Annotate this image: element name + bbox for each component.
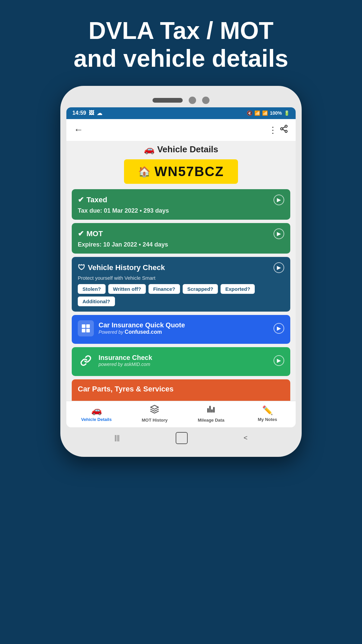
- phone-camera-2: [202, 97, 209, 104]
- home-button[interactable]: [176, 432, 188, 444]
- phone-speaker: [153, 98, 183, 103]
- badge-writtenoff[interactable]: Written off?: [108, 284, 146, 294]
- history-title: 🛡 Vehicle History Check: [78, 263, 165, 272]
- history-badges: Stolen? Written off? Finance? Scrapped? …: [78, 284, 284, 306]
- insurance-check-icon: [78, 353, 94, 369]
- share-button[interactable]: ⋮: [268, 124, 288, 136]
- nav-mileage-label: Mileage Data: [198, 418, 224, 423]
- svg-rect-17: [213, 407, 215, 412]
- status-battery: 100%: [270, 110, 282, 116]
- vehicle-details-heading: 🚗 Vehicle Details: [72, 144, 290, 155]
- svg-rect-14: [207, 408, 209, 412]
- nav-mot-history[interactable]: MOT History: [141, 405, 168, 423]
- status-image-icon: 🖼: [89, 110, 94, 116]
- parts-card[interactable]: Car Parts, Tyres & Services: [72, 379, 290, 401]
- history-check-card[interactable]: 🛡 Vehicle History Check ▶ Protect yourse…: [72, 257, 290, 312]
- nav-mileage-data[interactable]: Mileage Data: [198, 405, 225, 423]
- top-bar: ← ⋮: [66, 119, 296, 141]
- nav-mot-label: MOT History: [142, 418, 168, 423]
- insurance-quote-icon: [78, 320, 94, 336]
- license-plate: 🏠 WN57BCZ: [124, 159, 238, 184]
- status-wifi-icon: 📶: [254, 110, 260, 116]
- badge-additional[interactable]: Additional?: [78, 297, 115, 306]
- mot-arrow: ▶: [274, 228, 284, 239]
- shield-check-icon: 🛡: [78, 263, 85, 272]
- header-title: DVLA Tax / MOT and vehicle details: [54, 0, 308, 86]
- confused-brand: Confused.com: [125, 329, 162, 335]
- badge-stolen[interactable]: Stolen?: [78, 284, 106, 294]
- insurance-quote-card[interactable]: Car Insurance Quick Quote Powered by Con…: [72, 315, 290, 344]
- nav-my-notes[interactable]: ✏️ My Notes: [254, 405, 281, 422]
- insurance-check-card[interactable]: Insurance Check powered by askMID.com ▶: [72, 347, 290, 376]
- taxed-subtitle: Tax due: 01 Mar 2022 • 293 days: [78, 207, 284, 214]
- mot-title: ✔ MOT: [78, 229, 103, 238]
- svg-rect-8: [86, 329, 90, 332]
- insurance-quote-title: Car Insurance Quick Quote: [99, 321, 185, 329]
- badge-scrapped[interactable]: Scrapped?: [183, 284, 218, 294]
- phone-screen: 14:59 🖼 ☁ 🔇 📶 📶 100% 🔋 ← ⋮: [66, 107, 296, 427]
- insurance-check-left: Insurance Check powered by askMID.com: [78, 353, 152, 369]
- nav-car-icon: 🚗: [91, 405, 102, 416]
- nav-vehicle-label: Vehicle Details: [81, 417, 112, 422]
- back-button[interactable]: ←: [74, 124, 83, 135]
- status-mute-icon: 🔇: [247, 110, 252, 116]
- nav-notes-label: My Notes: [258, 417, 277, 422]
- phone-camera-1: [189, 97, 196, 104]
- bottom-nav: 🚗 Vehicle Details MOT History: [66, 401, 296, 427]
- nav-mileage-icon: [206, 405, 216, 416]
- svg-rect-7: [82, 329, 85, 332]
- check-icon-taxed: ✔: [78, 196, 84, 204]
- nav-notes-icon: ✏️: [262, 405, 273, 416]
- status-signal-icon: 📶: [262, 110, 268, 116]
- svg-line-3: [283, 129, 285, 130]
- svg-marker-9: [151, 405, 159, 409]
- insurance-quote-arrow: ▶: [274, 323, 284, 334]
- svg-line-4: [283, 127, 285, 128]
- insurance-check-text: Insurance Check powered by askMID.com: [99, 354, 152, 367]
- status-right: 🔇 📶 📶 100% 🔋: [247, 110, 290, 116]
- svg-rect-15: [209, 406, 211, 412]
- insurance-quote-left: Car Insurance Quick Quote Powered by Con…: [78, 320, 185, 336]
- status-bar: 14:59 🖼 ☁ 🔇 📶 📶 100% 🔋: [66, 107, 296, 119]
- status-cloud-icon: ☁: [97, 110, 102, 116]
- svg-rect-16: [211, 410, 213, 412]
- insurance-quote-text: Car Insurance Quick Quote Powered by Con…: [99, 321, 185, 335]
- status-left: 14:59 🖼 ☁: [72, 110, 102, 116]
- screen-content: 🚗 Vehicle Details 🏠 WN57BCZ ✔ Taxed ▶ Ta…: [66, 141, 296, 401]
- plate-number: WN57BCZ: [155, 164, 224, 179]
- nav-mot-icon: [150, 405, 159, 416]
- car-icon: 🚗: [144, 144, 155, 155]
- parts-title: Car Parts, Tyres & Services: [78, 385, 174, 393]
- mot-subtitle: Expires: 10 Jan 2022 • 244 days: [78, 241, 284, 248]
- nav-vehicle-details[interactable]: 🚗 Vehicle Details: [81, 405, 112, 422]
- gesture-forward: <: [244, 434, 248, 442]
- svg-rect-5: [82, 324, 85, 328]
- svg-rect-6: [86, 324, 90, 328]
- insurance-quote-subtitle: Powered by Confused.com: [99, 329, 185, 335]
- history-arrow: ▶: [274, 262, 284, 273]
- history-description: Protect yourself with Vehicle Smart: [78, 275, 284, 281]
- badge-finance[interactable]: Finance?: [148, 284, 180, 294]
- taxed-arrow: ▶: [274, 195, 284, 205]
- status-battery-icon: 🔋: [284, 110, 290, 116]
- badge-exported[interactable]: Exported?: [221, 284, 255, 294]
- garage-icon: 🏠: [138, 166, 150, 177]
- gesture-back: |||: [114, 434, 120, 442]
- check-icon-mot: ✔: [78, 229, 84, 238]
- status-time: 14:59: [72, 110, 86, 116]
- phone-frame: 14:59 🖼 ☁ 🔇 📶 📶 100% 🔋 ← ⋮: [60, 86, 302, 457]
- insurance-check-subtitle: powered by askMID.com: [99, 362, 152, 367]
- taxed-card[interactable]: ✔ Taxed ▶ Tax due: 01 Mar 2022 • 293 day…: [72, 189, 290, 220]
- phone-notch: [66, 92, 296, 107]
- taxed-title: ✔ Taxed: [78, 196, 107, 204]
- mot-card[interactable]: ✔ MOT ▶ Expires: 10 Jan 2022 • 244 days: [72, 223, 290, 254]
- insurance-check-arrow: ▶: [274, 355, 284, 366]
- insurance-check-title: Insurance Check: [99, 354, 152, 362]
- phone-bottom-bar: ||| <: [66, 427, 296, 447]
